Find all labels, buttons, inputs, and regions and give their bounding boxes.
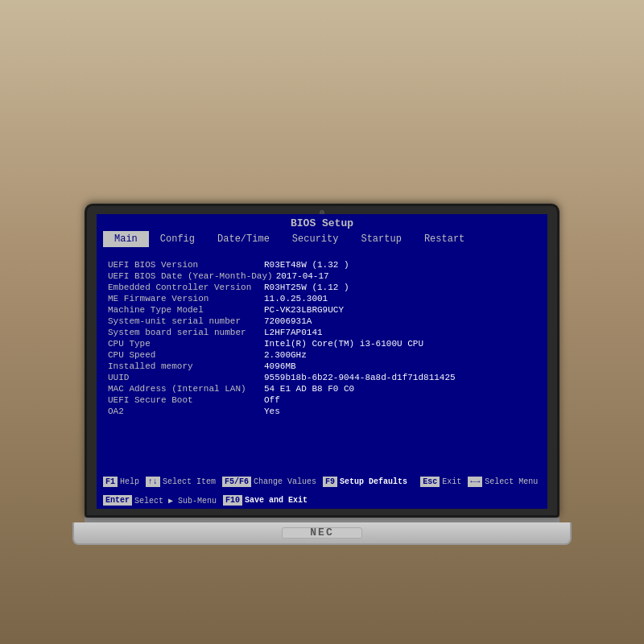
bios-value-10: 9559b18b-6b22-9044-8a8d-d1f71d811425 [264,373,456,382]
laptop-lid: BIOS Setup Main Config Date/Time Securit… [85,204,559,518]
screen-bezel: BIOS Setup Main Config Date/Time Securit… [97,214,547,509]
footer-enter: Enter Select ▶ Sub-Menu [103,495,217,506]
bios-label-3: ME Firmware Version [108,294,261,303]
footer-f5f6: F5/F6 Change Values [222,474,316,489]
screen: BIOS Setup Main Config Date/Time Securit… [97,214,547,509]
footer-f9: F9 Setup Defaults [323,474,407,489]
nav-restart[interactable]: Restart [413,231,476,247]
bios-label-11: MAC Address (Internal LAN) [108,384,261,394]
bios-label-1: UEFI BIOS Date (Year-Month-Day) [108,271,273,281]
bios-label-12: UEFI Secure Boot [108,395,261,405]
bios-row-7: CPU TypeIntel(R) Core(TM) i3-6100U CPU [108,339,536,349]
bios-value-4: PC-VK23LBRG9UCY [264,305,344,315]
bios-value-13: Yes [264,407,280,416]
bios-row-12: UEFI Secure BootOff [108,395,536,405]
bios-footer: F1 Help ↑↓ Select Item F5/F6 Change Valu… [97,471,547,509]
bios-label-6: System board serial number [108,328,261,337]
bios-value-3: 11.0.25.3001 [264,294,328,303]
bios-content: UEFI BIOS VersionR03ET48W (1.32 )UEFI BI… [97,247,547,471]
bios-row-11: MAC Address (Internal LAN)54 E1 AD B8 F0… [108,384,536,394]
bios-label-2: Embedded Controller Version [108,283,261,292]
nav-main[interactable]: Main [103,231,149,247]
bios-row-0: UEFI BIOS VersionR03ET48W (1.32 ) [108,260,536,270]
bios-label-5: System-unit serial number [108,316,261,326]
bios-label-0: UEFI BIOS Version [108,260,261,270]
bios-title: BIOS Setup [97,214,547,231]
bios-value-1: 2017-04-17 [276,271,329,281]
bios-value-12: Off [264,395,280,405]
bios-value-6: L2HF7AP0141 [264,328,323,337]
bios-label-8: CPU Speed [108,350,261,360]
footer-f1: F1 Help [103,474,139,489]
bios-row-4: Machine Type ModelPC-VK23LBRG9UCY [108,305,536,315]
bios-label-7: CPU Type [108,339,261,349]
brand-label: NEC [310,526,333,539]
footer-esc: Esc Exit [420,474,461,489]
bios-value-0: R03ET48W (1.32 ) [264,260,349,270]
bios-value-8: 2.300GHz [264,350,307,360]
footer-select-item: ↑↓ Select Item [146,474,216,489]
bios-value-2: R03HT25W (1.12 ) [264,283,349,292]
bios-value-5: 72006931A [264,316,312,326]
bios-row-2: Embedded Controller VersionR03HT25W (1.1… [108,283,536,292]
bios-row-13: OA2Yes [108,407,536,416]
bios-row-3: ME Firmware Version11.0.25.3001 [108,294,536,303]
bios-row-8: CPU Speed2.300GHz [108,350,536,360]
footer-select-menu: ←→ Select Menu [468,474,538,489]
bios-nav: Main Config Date/Time Security Startup R… [97,231,547,247]
nav-config[interactable]: Config [149,231,206,247]
bios-row-1: UEFI BIOS Date (Year-Month-Day)2017-04-1… [108,271,536,281]
bios-row-5: System-unit serial number72006931A [108,316,536,326]
nav-datetime[interactable]: Date/Time [206,231,281,247]
bios-label-13: OA2 [108,407,261,416]
bios-value-7: Intel(R) Core(TM) i3-6100U CPU [264,339,423,349]
bios-row-9: Installed memory4096MB [108,361,536,371]
bios-label-10: UUID [108,373,261,382]
footer-f10: F10 Save and Exit [223,495,308,506]
laptop-base: NEC [72,522,572,545]
bios-row-6: System board serial numberL2HF7AP0141 [108,328,536,337]
bios-row-10: UUID9559b18b-6b22-9044-8a8d-d1f71d811425 [108,373,536,382]
nav-security[interactable]: Security [281,231,350,247]
bios-value-9: 4096MB [264,361,296,371]
bios-value-11: 54 E1 AD B8 F0 C0 [264,384,354,394]
bios-label-4: Machine Type Model [108,305,261,315]
nav-startup[interactable]: Startup [349,231,412,247]
bios-label-9: Installed memory [108,361,261,371]
